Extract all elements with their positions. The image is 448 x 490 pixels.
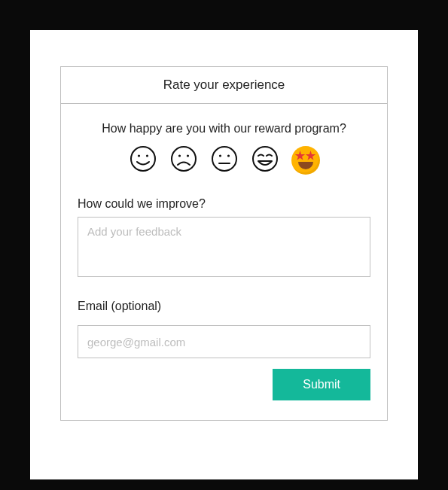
panel-title: Rate your experience <box>61 67 387 104</box>
svg-point-1 <box>137 154 139 157</box>
svg-point-10 <box>253 147 277 171</box>
rating-option-smile[interactable] <box>129 146 157 175</box>
svg-point-5 <box>186 154 188 157</box>
svg-point-4 <box>178 154 180 157</box>
email-field[interactable] <box>78 325 370 358</box>
rating-option-frown[interactable] <box>169 146 198 175</box>
email-block: Email (optional) <box>78 300 370 369</box>
feedback-card: Rate your experience How happy are you w… <box>30 30 418 479</box>
submit-button[interactable]: Submit <box>273 369 370 400</box>
email-label: Email (optional) <box>78 300 370 313</box>
svg-point-2 <box>145 154 148 157</box>
rating-option-grin[interactable] <box>251 146 279 175</box>
svg-point-8 <box>227 154 229 157</box>
neutral-icon <box>211 145 238 175</box>
svg-point-3 <box>172 147 196 171</box>
rating-question: How happy are you with our reward progra… <box>78 122 370 135</box>
feedback-textarea[interactable] <box>78 217 370 277</box>
star-struck-icon <box>291 146 320 175</box>
rating-option-neutral[interactable] <box>210 146 239 175</box>
svg-point-7 <box>218 154 221 157</box>
rating-options <box>78 146 370 175</box>
panel-body: How happy are you with our reward progra… <box>61 104 387 420</box>
svg-point-6 <box>212 147 236 171</box>
grin-icon <box>251 145 279 175</box>
frown-icon <box>170 145 197 175</box>
feedback-label: How could we improve? <box>78 197 370 211</box>
actions-row: Submit <box>78 369 370 400</box>
svg-point-0 <box>131 147 155 171</box>
smile-icon <box>130 145 157 175</box>
rating-option-star-struck[interactable] <box>291 146 320 175</box>
feedback-panel: Rate your experience How happy are you w… <box>60 66 388 421</box>
